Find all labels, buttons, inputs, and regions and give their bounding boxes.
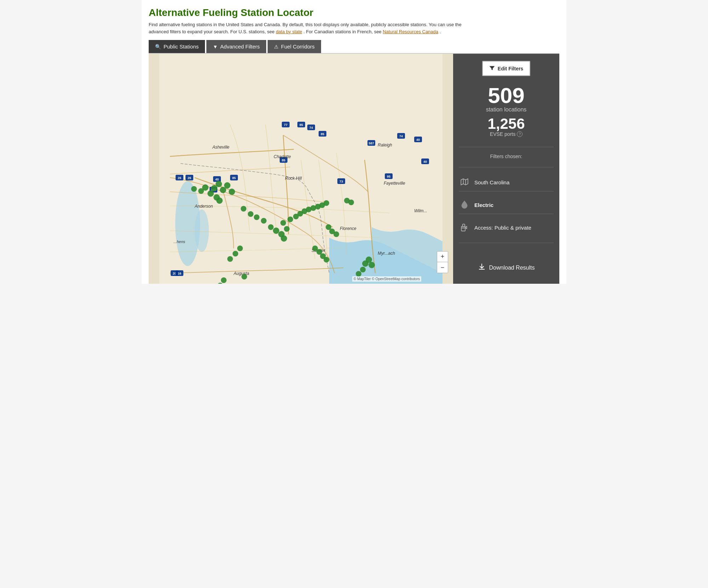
pump-icon-wrap <box>459 223 470 233</box>
svg-point-66 <box>198 188 204 194</box>
svg-text:Myr...ach: Myr...ach <box>378 251 395 256</box>
svg-text:85: 85 <box>321 132 324 136</box>
tab-advanced-filters[interactable]: ▼ Advanced Filters <box>206 40 266 53</box>
svg-text:85: 85 <box>299 123 303 127</box>
tab-fuel-corridors[interactable]: ⚠ Fuel Corridors <box>268 40 321 53</box>
svg-point-74 <box>281 235 287 242</box>
fuel-icon-wrap <box>459 200 470 210</box>
location-filter-text: South Carolina <box>474 179 509 185</box>
tab-public-stations[interactable]: 🔍 Public Stations <box>149 40 205 53</box>
svg-point-64 <box>216 197 223 204</box>
svg-point-119 <box>280 220 286 226</box>
svg-point-101 <box>233 251 238 256</box>
svg-point-82 <box>369 262 375 268</box>
map-zoom-controls[interactable]: + − <box>437 251 448 273</box>
svg-point-71 <box>261 218 267 224</box>
svg-point-120 <box>287 217 293 222</box>
filters-chosen-label: Filters chosen: <box>459 154 554 159</box>
page-description: Find alternative fueling stations in the… <box>149 21 467 35</box>
svg-text:40: 40 <box>423 160 427 163</box>
download-results-label: Download Results <box>489 265 535 271</box>
svg-point-102 <box>227 256 233 262</box>
stats-block: 509 station locations 1,256 EVSE ports ? <box>459 81 554 140</box>
svg-point-72 <box>273 227 279 234</box>
divider-3 <box>459 243 554 243</box>
drop-icon <box>460 200 469 209</box>
svg-point-2 <box>195 209 209 252</box>
zoom-out-button[interactable]: − <box>437 262 448 273</box>
svg-text:85: 85 <box>232 176 236 180</box>
download-results-button[interactable]: Download Results <box>459 259 554 277</box>
data-by-state-link[interactable]: data by state <box>276 29 302 34</box>
svg-rect-142 <box>462 227 465 229</box>
svg-text:26: 26 <box>188 176 191 180</box>
svg-text:Asheville: Asheville <box>212 145 229 150</box>
svg-text:40: 40 <box>416 138 420 142</box>
svg-text:Rock Hill: Rock Hill <box>285 176 302 181</box>
svg-point-103 <box>241 274 247 279</box>
svg-text:77: 77 <box>284 123 287 127</box>
filter-icon: ▼ <box>213 44 218 50</box>
svg-point-130 <box>348 200 354 205</box>
access-filter-item: Access: Public & private <box>459 219 554 236</box>
header-section: Alternative Fueling Station Locator Find… <box>149 7 559 35</box>
location-icon-wrap <box>459 177 470 188</box>
svg-point-79 <box>333 231 339 237</box>
svg-text:Florence: Florence <box>340 226 356 231</box>
edit-filters-button[interactable]: Edit Filters <box>482 61 530 76</box>
svg-text:16: 16 <box>178 272 181 275</box>
svg-point-65 <box>229 189 235 195</box>
svg-text:74: 74 <box>399 134 403 138</box>
svg-point-134 <box>324 257 329 263</box>
svg-text:587: 587 <box>369 142 374 145</box>
pump-icon <box>460 223 469 232</box>
svg-point-70 <box>254 214 259 220</box>
map-attribution: © MapTiler © OpenStreetMap contributors <box>352 276 421 282</box>
svg-point-59 <box>207 190 214 197</box>
alert-icon: ⚠ <box>274 44 279 50</box>
tab-advanced-filters-label: Advanced Filters <box>220 44 260 50</box>
svg-text:Augusta: Augusta <box>233 271 249 276</box>
svg-point-68 <box>241 206 246 212</box>
fuel-filter-strong: Electric <box>474 202 493 208</box>
filter-funnel-icon <box>489 65 495 72</box>
map-icon <box>460 177 469 186</box>
divider-1 <box>459 147 554 147</box>
sidebar: Edit Filters 509 station locations 1,256… <box>453 54 559 284</box>
svg-point-83 <box>360 267 366 272</box>
svg-point-84 <box>356 271 361 277</box>
svg-text:Anderson: Anderson <box>194 204 213 209</box>
svg-point-67 <box>191 186 197 192</box>
svg-point-128 <box>324 200 329 206</box>
svg-point-76 <box>268 224 274 230</box>
edit-filters-label: Edit Filters <box>498 66 523 71</box>
map-container[interactable]: 40 74 85 74 77 85 587 <box>149 54 453 284</box>
download-icon <box>478 263 486 272</box>
fuel-filter-item: Electric <box>459 196 554 214</box>
tab-bar: 🔍 Public Stations ▼ Advanced Filters ⚠ F… <box>149 40 559 53</box>
tab-public-stations-label: Public Stations <box>164 44 199 50</box>
natural-resources-link[interactable]: Natural Resources Canada <box>383 29 438 34</box>
location-filter-item: South Carolina <box>459 174 554 191</box>
svg-text:73: 73 <box>339 180 343 183</box>
svg-text:Fayetteville: Fayetteville <box>384 181 405 186</box>
svg-point-69 <box>248 211 253 217</box>
description-text-3: . <box>440 29 441 34</box>
evse-count: 1,256 <box>459 116 554 131</box>
page-wrapper: Alternative Fueling Station Locator Find… <box>142 0 566 284</box>
evse-help-icon[interactable]: ? <box>517 131 523 137</box>
svg-point-100 <box>237 246 243 251</box>
svg-text:74: 74 <box>309 126 313 129</box>
tab-fuel-corridors-label: Fuel Corridors <box>281 44 315 50</box>
fuel-filter-text: Electric <box>474 202 493 208</box>
zoom-in-button[interactable]: + <box>437 252 448 262</box>
svg-text:Raleigh: Raleigh <box>378 143 392 148</box>
description-text-2: . For Canadian stations in French, see <box>303 29 383 34</box>
evse-label: EVSE ports ? <box>459 131 554 137</box>
map-svg: 40 74 85 74 77 85 587 <box>149 54 453 284</box>
divider-2 <box>459 167 554 167</box>
svg-text:Wilm...: Wilm... <box>414 208 427 213</box>
main-content: 40 74 85 74 77 85 587 <box>149 53 559 284</box>
svg-point-58 <box>216 181 222 187</box>
svg-point-75 <box>284 226 290 232</box>
